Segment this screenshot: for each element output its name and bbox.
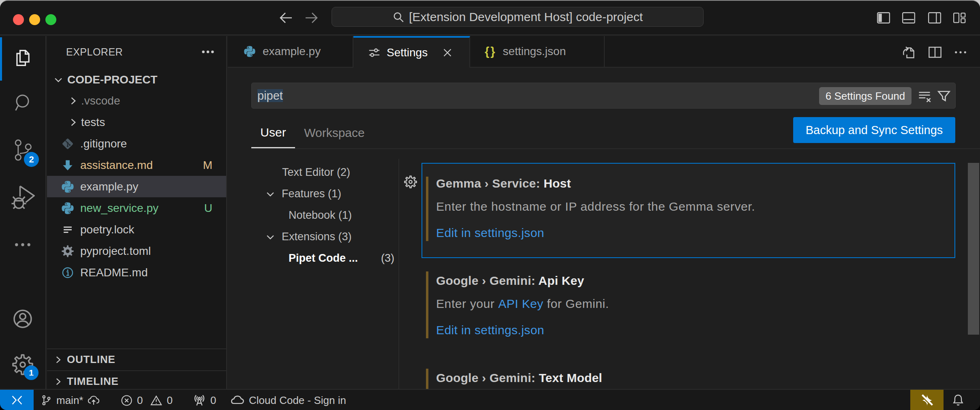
setting-row[interactable]: Gemma › Service: HostEnter the hostname … — [422, 163, 980, 260]
setting-gear-icon[interactable] — [404, 175, 417, 189]
python-file-icon — [61, 201, 75, 215]
back-arrow-icon[interactable] — [278, 11, 293, 24]
ports-status-item[interactable]: 0 — [193, 390, 216, 410]
broadcast-icon — [193, 393, 206, 407]
tree-item-poetry.lock[interactable]: poetry.lock — [47, 219, 227, 240]
tree-item-.vscode[interactable]: .vscode — [47, 90, 227, 111]
branch-status-item[interactable]: main* — [40, 390, 100, 410]
setting-category: Gemma › Service: — [436, 177, 543, 190]
setting-description: Enter the hostname or IP address for the… — [436, 200, 755, 214]
cloud-code-label: Cloud Code - Sign in — [249, 394, 346, 407]
toc-item[interactable]: Text Editor (2) — [282, 162, 350, 183]
status-bar: main* 0 0 0 — [0, 389, 980, 410]
tab-example-py[interactable]: example.py — [228, 36, 353, 68]
toggle-panel-icon[interactable] — [902, 11, 916, 25]
python-tab-icon — [243, 45, 256, 58]
toggle-primary-sidebar-icon[interactable] — [877, 11, 890, 25]
clear-search-icon[interactable] — [917, 89, 932, 103]
tab-label: settings.json — [503, 45, 566, 58]
toc-label: Text Editor (2) — [282, 166, 350, 179]
toc-item[interactable]: Pipet Code ...(3) — [289, 248, 358, 269]
manage-button[interactable]: 1 — [0, 345, 45, 384]
editor-more-actions-icon[interactable] — [953, 45, 968, 60]
open-settings-json-icon[interactable] — [901, 45, 916, 60]
file-icon-wrap — [61, 180, 75, 194]
tree-item-README.md[interactable]: README.md — [47, 262, 227, 283]
backup-sync-button[interactable]: Backup and Sync Settings — [793, 117, 955, 143]
chevron-wrap — [265, 188, 276, 200]
tab-settings-json[interactable]: {} settings.json — [470, 36, 605, 68]
edit-in-settings-json-link[interactable]: Edit in settings.json — [436, 323, 544, 337]
activity-bar: 2 — [0, 36, 46, 389]
toc-sash[interactable] — [398, 159, 399, 389]
error-count: 0 — [137, 394, 143, 407]
tab-workspace[interactable]: Workspace — [302, 121, 367, 148]
setting-category: Google › Gemini: — [436, 274, 538, 287]
problems-status-item[interactable]: 0 0 — [120, 390, 173, 410]
modified-indicator — [426, 177, 428, 241]
tab-user[interactable]: User — [251, 121, 295, 148]
tabstrip-border — [605, 67, 980, 68]
account-button[interactable] — [0, 299, 45, 338]
extension-host-status-item[interactable] — [910, 390, 944, 410]
git-file-icon — [61, 137, 75, 151]
cloud-icon — [230, 393, 245, 408]
tree-item-new_service.py[interactable]: new_service.pyU — [47, 197, 227, 219]
cloud-code-status-item[interactable]: Cloud Code - Sign in — [230, 390, 346, 410]
more-views-icon — [12, 234, 33, 255]
setting-name: Api Key — [538, 274, 584, 287]
edit-in-settings-json-link[interactable]: Edit in settings.json — [436, 226, 544, 240]
gear-badge: 1 — [24, 365, 39, 380]
editor-area: example.py Settings {} settings.json — [228, 36, 980, 389]
sidebar-item-source-control[interactable]: 2 — [0, 130, 45, 169]
setting-row[interactable]: Google › Gemini: Api KeyEnter your API K… — [422, 260, 980, 357]
notifications-status-item[interactable] — [951, 390, 965, 410]
tree-item-example.py[interactable]: example.py — [47, 176, 227, 197]
spark-off-icon — [920, 393, 934, 408]
filter-icon[interactable] — [936, 89, 952, 103]
file-label: .vscode — [81, 94, 120, 107]
tree-item-pyproject.toml[interactable]: pyproject.toml — [47, 240, 227, 262]
user-tab-label: User — [260, 126, 286, 139]
minimize-window-button[interactable] — [29, 14, 40, 25]
api-key-link[interactable]: API Key — [498, 297, 543, 310]
sidebar-item-search[interactable] — [0, 84, 45, 123]
sidebar-item-more[interactable] — [0, 225, 45, 264]
tree-item-.gitignore[interactable]: .gitignore — [47, 133, 227, 154]
sidebar-item-run-debug[interactable] — [0, 177, 45, 216]
command-center[interactable]: [Extension Development Host] code-projec… — [332, 7, 704, 27]
close-window-button[interactable] — [13, 14, 24, 25]
toggle-secondary-sidebar-icon[interactable] — [928, 11, 941, 25]
customize-layout-icon[interactable] — [952, 11, 966, 25]
zoom-window-button[interactable] — [45, 14, 56, 25]
setting-row[interactable]: Google › Gemini: Text Model — [422, 357, 980, 389]
explorer-actions-icon[interactable] — [201, 46, 215, 58]
explorer-files-icon — [12, 47, 33, 68]
vscode-window: [Extension Development Host] code-projec… — [0, 0, 980, 410]
sidebar-item-explorer[interactable] — [0, 38, 45, 77]
settings-count-badge: 6 Settings Found — [819, 87, 912, 105]
toc-label: Pipet Code ... — [289, 252, 358, 265]
markdown-file-icon — [61, 158, 75, 172]
sidebar-section-outline[interactable]: OUTLINE — [47, 348, 227, 370]
tree-item-assistance.md[interactable]: assistance.mdM — [47, 154, 227, 176]
close-icon[interactable] — [441, 47, 454, 59]
sidebar-section-timeline[interactable]: TIMELINE — [47, 370, 227, 389]
scrollbar-thumb[interactable] — [968, 163, 979, 335]
split-editor-icon[interactable] — [928, 45, 942, 60]
tree-root-folder[interactable]: CODE-PROJECT — [47, 69, 227, 90]
modified-indicator — [426, 369, 428, 389]
remote-indicator[interactable] — [0, 390, 34, 410]
workspace-tab-label: Workspace — [304, 126, 365, 140]
forward-arrow-icon[interactable] — [304, 11, 319, 24]
file-label: new_service.py — [80, 202, 158, 215]
python-file-icon — [61, 180, 75, 194]
toc-item[interactable]: Features (1) — [265, 183, 341, 205]
tree-item-tests[interactable]: tests — [47, 111, 227, 133]
toc-item[interactable]: Extensions (3) — [265, 226, 352, 248]
toc-label: Extensions (3) — [282, 231, 352, 243]
toc-item[interactable]: Notebook (1) — [289, 205, 352, 226]
bell-icon — [951, 393, 965, 407]
toc-label: Notebook (1) — [289, 209, 352, 222]
tab-settings[interactable]: Settings — [353, 36, 470, 68]
